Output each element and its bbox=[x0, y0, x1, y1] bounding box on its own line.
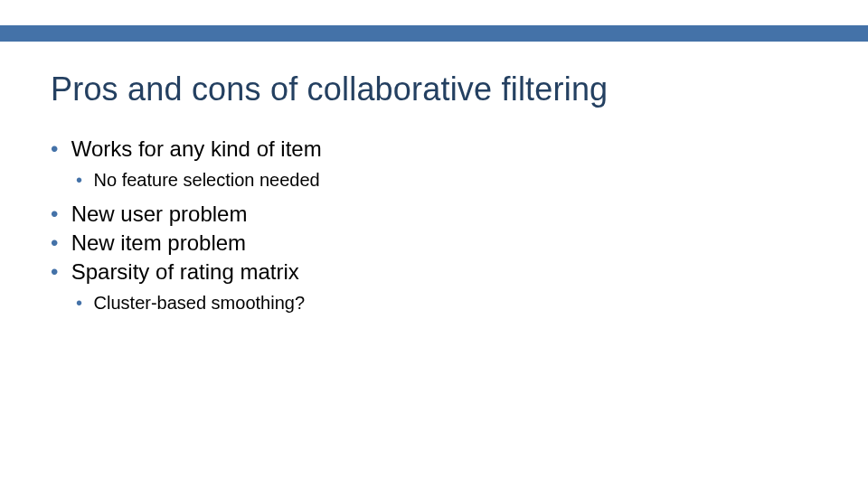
bullet-text: New item problem bbox=[71, 230, 246, 255]
bullet-text: Works for any kind of item bbox=[71, 136, 322, 161]
slide-title: Pros and cons of collaborative filtering bbox=[51, 70, 608, 108]
bullet-icon: • bbox=[51, 258, 65, 286]
bullet-sparsity: • Sparsity of rating matrix bbox=[51, 258, 817, 286]
slide-content: • Works for any kind of item • No featur… bbox=[51, 134, 817, 314]
slide: Pros and cons of collaborative filtering… bbox=[0, 0, 868, 488]
bullet-text: New user problem bbox=[71, 202, 248, 226]
bullet-new-user-problem: • New user problem bbox=[51, 201, 817, 228]
bullet-icon: • bbox=[51, 201, 65, 228]
bullet-text: Cluster-based smoothing? bbox=[94, 293, 305, 313]
subbullet-cluster-smoothing: • Cluster-based smoothing? bbox=[76, 291, 817, 314]
bullet-icon: • bbox=[76, 168, 89, 192]
bullet-text: Sparsity of rating matrix bbox=[71, 259, 299, 284]
bullet-works-any-item: • Works for any kind of item bbox=[51, 136, 817, 163]
header-bar bbox=[0, 25, 868, 42]
subbullet-no-feature-selection: • No feature selection needed bbox=[76, 168, 817, 192]
bullet-icon: • bbox=[76, 291, 89, 314]
bullet-new-item-problem: • New item problem bbox=[51, 230, 817, 257]
bullet-icon: • bbox=[51, 136, 65, 163]
bullet-icon: • bbox=[51, 230, 65, 257]
bullet-text: No feature selection needed bbox=[94, 170, 320, 190]
